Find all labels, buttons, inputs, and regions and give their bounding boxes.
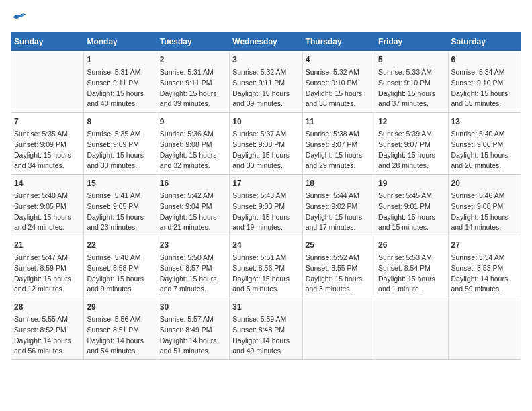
day-info-line: Sunset: 8:59 PM [14, 263, 81, 274]
day-info-line: Sunrise: 5:42 AM [160, 191, 226, 201]
day-info-line: Sunset: 8:48 PM [232, 325, 299, 336]
day-info-line: Sunrise: 5:48 AM [87, 253, 153, 263]
day-info-line: Sunrise: 5:32 AM [306, 67, 372, 78]
calendar-header-row: SundayMondayTuesdayWednesdayThursdayFrid… [11, 33, 521, 51]
calendar-week-3: 14Sunrise: 5:40 AMSunset: 9:05 PMDayligh… [11, 175, 521, 236]
day-info-line: and 9 minutes. [87, 284, 153, 295]
day-info-line: Sunset: 8:56 PM [232, 263, 299, 274]
day-info-line: Sunrise: 5:36 AM [160, 129, 226, 140]
calendar-cell: 22Sunrise: 5:48 AMSunset: 8:58 PMDayligh… [84, 236, 157, 298]
day-info-line: Daylight: 15 hours [378, 274, 445, 285]
calendar-cell: 31Sunrise: 5:59 AMSunset: 8:48 PMDayligh… [230, 298, 302, 360]
calendar-cell: 8Sunrise: 5:35 AMSunset: 9:09 PMDaylight… [84, 113, 157, 175]
day-number: 14 [14, 177, 81, 189]
day-info-line: and 59 minutes. [451, 284, 518, 295]
day-info-line: Sunset: 8:55 PM [306, 263, 372, 274]
day-info-line: Daylight: 15 hours [306, 150, 372, 161]
day-info-line: Sunrise: 5:31 AM [87, 67, 153, 78]
day-info-line: Sunset: 9:09 PM [14, 140, 81, 150]
calendar-cell: 4Sunrise: 5:32 AMSunset: 9:10 PMDaylight… [302, 51, 375, 113]
calendar-cell: 9Sunrise: 5:36 AMSunset: 9:08 PMDaylight… [157, 113, 229, 175]
day-info-line: Sunset: 8:52 PM [14, 325, 81, 336]
day-info-line: Sunset: 9:08 PM [160, 140, 226, 150]
day-info-line: Daylight: 15 hours [232, 212, 299, 223]
day-info-line: Daylight: 15 hours [451, 212, 518, 223]
day-header-monday: Monday [84, 33, 157, 51]
day-info-line: and 38 minutes. [306, 99, 372, 109]
day-info-line: Sunset: 9:04 PM [160, 201, 226, 212]
calendar-cell: 5Sunrise: 5:33 AMSunset: 9:10 PMDaylight… [375, 51, 448, 113]
day-info-line: Daylight: 15 hours [87, 212, 153, 223]
day-number: 24 [232, 239, 299, 251]
calendar-cell [302, 298, 375, 360]
day-info-line: and 5 minutes. [232, 284, 299, 295]
calendar-cell: 21Sunrise: 5:47 AMSunset: 8:59 PMDayligh… [11, 236, 84, 298]
calendar-cell: 1Sunrise: 5:31 AMSunset: 9:11 PMDaylight… [84, 51, 157, 113]
day-number: 16 [160, 177, 226, 189]
day-header-thursday: Thursday [302, 33, 375, 51]
day-number: 6 [451, 54, 518, 66]
day-number: 2 [160, 54, 226, 66]
day-header-wednesday: Wednesday [230, 33, 302, 51]
day-info-line: Daylight: 15 hours [160, 274, 226, 285]
day-number: 22 [87, 239, 153, 251]
day-info-line: Sunrise: 5:47 AM [14, 253, 81, 263]
day-info-line: Sunrise: 5:44 AM [306, 191, 372, 201]
day-info-line: Sunset: 9:05 PM [87, 201, 153, 212]
day-info-line: Sunset: 9:10 PM [306, 78, 372, 89]
day-info-line: and 32 minutes. [160, 161, 226, 171]
day-info-line: Daylight: 15 hours [451, 89, 518, 99]
day-info-line: Sunrise: 5:50 AM [160, 253, 226, 263]
calendar-cell: 23Sunrise: 5:50 AMSunset: 8:57 PMDayligh… [157, 236, 229, 298]
day-info-line: Daylight: 14 hours [160, 336, 226, 347]
day-info-line: Sunset: 8:58 PM [87, 263, 153, 274]
day-info-line: Daylight: 15 hours [232, 274, 299, 285]
calendar-week-4: 21Sunrise: 5:47 AMSunset: 8:59 PMDayligh… [11, 236, 521, 298]
day-info-line: Sunrise: 5:56 AM [87, 314, 153, 325]
calendar-cell: 10Sunrise: 5:37 AMSunset: 9:08 PMDayligh… [230, 113, 302, 175]
day-info-line: Daylight: 14 hours [232, 336, 299, 347]
day-number: 27 [451, 239, 518, 251]
calendar-cell: 6Sunrise: 5:34 AMSunset: 9:10 PMDaylight… [448, 51, 521, 113]
day-info-line: Daylight: 15 hours [306, 212, 372, 223]
day-number: 13 [451, 116, 518, 128]
day-info-line: Sunrise: 5:46 AM [451, 191, 518, 201]
logo [11, 11, 27, 24]
day-info-line: Daylight: 15 hours [306, 274, 372, 285]
day-info-line: Sunset: 9:00 PM [451, 201, 518, 212]
day-number: 25 [306, 239, 372, 251]
day-header-tuesday: Tuesday [157, 33, 229, 51]
day-info-line: and 51 minutes. [160, 346, 226, 357]
logo-bird-icon [12, 11, 27, 24]
calendar-cell: 26Sunrise: 5:53 AMSunset: 8:54 PMDayligh… [375, 236, 448, 298]
day-info-line: Daylight: 15 hours [160, 212, 226, 223]
day-info-line: and 28 minutes. [378, 161, 445, 171]
day-info-line: Daylight: 15 hours [87, 274, 153, 285]
day-info-line: and 19 minutes. [232, 222, 299, 233]
day-info-line: Sunset: 9:11 PM [87, 78, 153, 89]
day-number: 4 [306, 54, 372, 66]
calendar-cell: 24Sunrise: 5:51 AMSunset: 8:56 PMDayligh… [230, 236, 302, 298]
day-number: 29 [87, 301, 153, 313]
calendar-cell: 14Sunrise: 5:40 AMSunset: 9:05 PMDayligh… [11, 175, 84, 236]
calendar-cell: 15Sunrise: 5:41 AMSunset: 9:05 PMDayligh… [84, 175, 157, 236]
day-info-line: Sunrise: 5:43 AM [232, 191, 299, 201]
day-info-line: Sunrise: 5:38 AM [306, 129, 372, 140]
day-info-line: Sunrise: 5:34 AM [451, 67, 518, 78]
day-info-line: Daylight: 14 hours [87, 336, 153, 347]
day-info-line: Daylight: 15 hours [378, 150, 445, 161]
day-info-line: Daylight: 15 hours [160, 89, 226, 99]
day-info-line: and 30 minutes. [232, 161, 299, 171]
day-number: 17 [232, 177, 299, 189]
day-number: 12 [378, 116, 445, 128]
day-info-line: Sunrise: 5:33 AM [378, 67, 445, 78]
calendar-cell: 29Sunrise: 5:56 AMSunset: 8:51 PMDayligh… [84, 298, 157, 360]
day-info-line: Daylight: 15 hours [14, 212, 81, 223]
day-header-sunday: Sunday [11, 33, 84, 51]
day-info-line: and 17 minutes. [306, 222, 372, 233]
day-info-line: and 1 minute. [378, 284, 445, 295]
calendar-cell: 13Sunrise: 5:40 AMSunset: 9:06 PMDayligh… [448, 113, 521, 175]
day-info-line: Sunset: 9:02 PM [306, 201, 372, 212]
calendar-cell [448, 298, 521, 360]
day-info-line: Daylight: 15 hours [378, 212, 445, 223]
